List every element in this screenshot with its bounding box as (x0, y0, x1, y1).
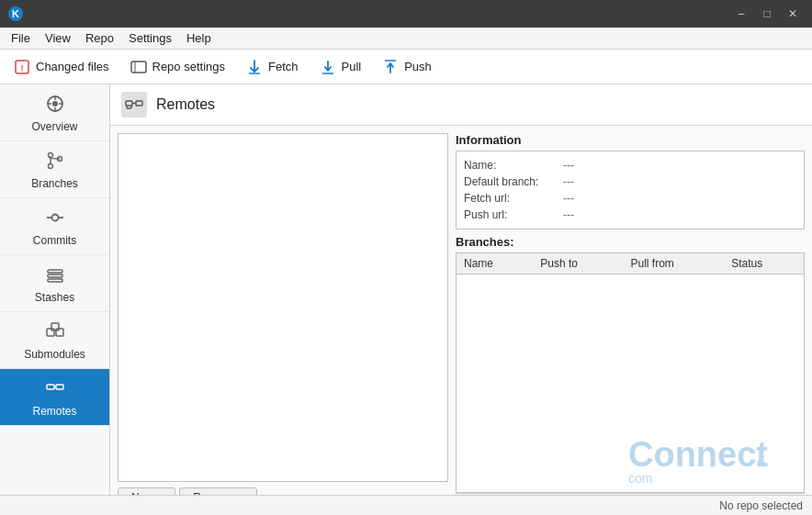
title-bar-left: K (7, 6, 24, 22)
changed-files-icon: ! (13, 58, 31, 76)
sidebar-item-stashes-label: Stashes (35, 291, 74, 304)
sidebar-item-commits[interactable]: Commits (0, 198, 109, 255)
svg-rect-32 (136, 101, 142, 106)
close-button[interactable]: ✕ (781, 5, 805, 23)
svg-point-16 (48, 164, 52, 169)
stashes-icon (45, 264, 65, 287)
sidebar-item-submodules[interactable]: Submodules (0, 312, 109, 369)
status-message: No repo selected (719, 499, 803, 512)
info-row-default-branch: Default branch: --- (464, 174, 796, 190)
sidebar-item-branches[interactable]: Branches (0, 141, 109, 198)
title-bar-controls: – □ ✕ (729, 5, 805, 23)
svg-rect-24 (48, 279, 62, 282)
fetch-icon (245, 58, 264, 76)
push-label: Push (404, 60, 432, 73)
repo-settings-icon (130, 58, 148, 76)
info-label-default-branch: Default branch: (464, 175, 556, 188)
branches-section-title: Branches: (456, 235, 805, 249)
svg-rect-28 (47, 385, 54, 389)
content-area: Remotes New... Remove... Information (110, 84, 812, 515)
repo-settings-label: Repo settings (152, 60, 226, 73)
svg-point-10 (52, 101, 58, 106)
minimize-button[interactable]: – (729, 5, 753, 23)
svg-rect-25 (47, 329, 54, 336)
info-label-push-url: Push url: (464, 208, 556, 221)
pull-icon (319, 58, 337, 76)
menu-bar: File View Repo Settings Help (0, 28, 812, 50)
info-value-fetch-url: --- (563, 192, 574, 205)
changed-files-label: Changed files (36, 60, 109, 73)
svg-text:!: ! (21, 63, 24, 73)
fetch-label: Fetch (268, 60, 299, 73)
branches-table: Name Push to Pull from Status (457, 253, 804, 274)
svg-rect-22 (48, 270, 62, 273)
svg-rect-27 (51, 323, 59, 330)
remotes-list[interactable] (118, 133, 448, 482)
menu-settings[interactable]: Settings (121, 29, 179, 47)
branches-icon (45, 151, 65, 174)
changed-files-button[interactable]: ! Changed files (4, 54, 118, 80)
col-status: Status (724, 253, 804, 274)
info-row-fetch-url: Fetch url: --- (464, 190, 796, 207)
menu-help[interactable]: Help (179, 29, 219, 47)
remotes-sidebar-icon (45, 378, 65, 401)
sidebar-item-commits-label: Commits (33, 234, 76, 247)
menu-repo[interactable]: Repo (78, 29, 121, 47)
sidebar-item-remotes-label: Remotes (32, 405, 76, 418)
info-table: Name: --- Default branch: --- Fetch url:… (456, 151, 805, 230)
svg-rect-29 (56, 385, 63, 389)
repo-settings-button[interactable]: Repo settings (120, 54, 235, 80)
fetch-button[interactable]: Fetch (236, 54, 308, 80)
push-button[interactable]: Push (372, 54, 441, 80)
sidebar-item-overview[interactable]: Overview (0, 84, 109, 141)
svg-rect-31 (126, 101, 132, 106)
remotes-content: New... Remove... Information Name: --- (110, 126, 812, 515)
branches-section: Branches: Name Push to Pull from Status (456, 235, 805, 508)
col-pull-from: Pull from (623, 253, 724, 274)
sidebar-item-overview-label: Overview (31, 120, 77, 133)
push-icon (381, 58, 400, 76)
commits-icon (45, 207, 65, 230)
info-label-name: Name: (464, 159, 556, 172)
info-row-push-url: Push url: --- (464, 207, 796, 223)
page-header: Remotes (110, 84, 812, 126)
branches-table-header: Name Push to Pull from Status (457, 253, 804, 274)
sidebar-item-branches-label: Branches (31, 177, 78, 190)
svg-point-19 (51, 215, 58, 221)
toolbar: ! Changed files Repo settings Fetch (0, 50, 812, 84)
sidebar: Overview Branches (0, 84, 110, 515)
svg-rect-23 (48, 274, 62, 277)
page-title: Remotes (156, 96, 215, 113)
sidebar-item-stashes[interactable]: Stashes (0, 255, 109, 312)
info-section-title: Information (456, 133, 805, 147)
col-push-to: Push to (533, 253, 623, 274)
sidebar-scroll[interactable]: Overview Branches (0, 84, 109, 498)
menu-file[interactable]: File (4, 29, 38, 47)
svg-rect-4 (131, 62, 146, 73)
app-icon: K (7, 6, 24, 22)
status-bar: No repo selected (0, 495, 812, 515)
submodules-icon (45, 321, 65, 344)
page-header-icon (121, 92, 147, 118)
info-row-name: Name: --- (464, 157, 796, 174)
svg-text:K: K (12, 8, 19, 19)
info-value-name: --- (563, 159, 574, 172)
remotes-list-panel: New... Remove... (118, 133, 448, 508)
title-bar: K – □ ✕ (0, 0, 812, 28)
info-value-push-url: --- (563, 208, 574, 221)
svg-rect-26 (56, 329, 63, 336)
branches-table-wrap[interactable]: Name Push to Pull from Status (456, 252, 805, 493)
info-section: Information Name: --- Default branch: --… (456, 133, 805, 230)
sidebar-item-remotes[interactable]: Remotes (0, 369, 109, 426)
main-layout: Overview Branches (0, 84, 812, 515)
col-name: Name (457, 253, 533, 274)
info-value-default-branch: --- (563, 175, 574, 188)
overview-icon (45, 94, 65, 117)
pull-button[interactable]: Pull (310, 54, 371, 80)
maximize-button[interactable]: □ (755, 5, 779, 23)
pull-label: Pull (342, 60, 362, 73)
info-label-fetch-url: Fetch url: (464, 192, 556, 205)
menu-view[interactable]: View (38, 29, 78, 47)
remotes-info-panel: Information Name: --- Default branch: --… (456, 133, 805, 508)
svg-point-15 (48, 153, 52, 158)
